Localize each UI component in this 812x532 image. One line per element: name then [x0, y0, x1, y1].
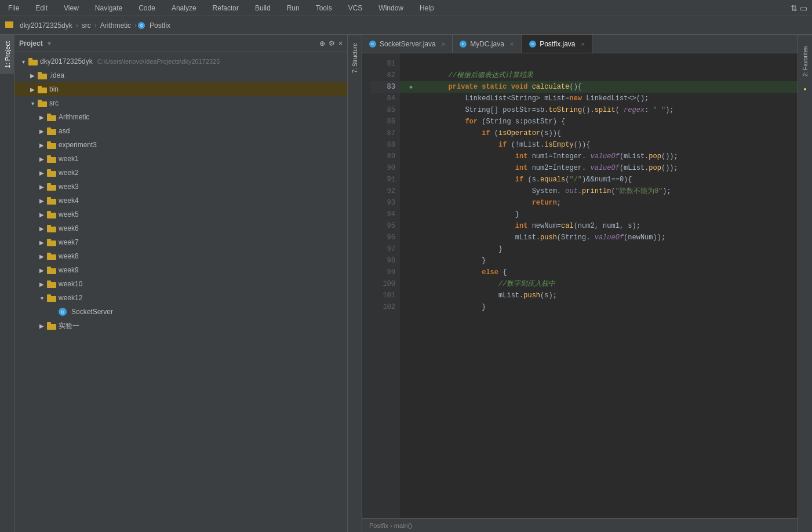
- line-num-93: 93: [371, 197, 400, 209]
- tree-arrow-root[interactable]: ▾: [19, 57, 27, 65]
- tab-postfix-close[interactable]: ×: [581, 41, 585, 48]
- project-close-icon[interactable]: ×: [338, 39, 343, 48]
- tree-item-week12[interactable]: ▾ week12: [14, 291, 347, 305]
- menu-refactor[interactable]: Refactor: [209, 2, 242, 14]
- tree-arrow-bin[interactable]: ▶: [28, 85, 37, 93]
- tree-arrow-week9[interactable]: ▶: [38, 266, 46, 274]
- tree-item-socketserver[interactable]: C SocketServer: [14, 305, 347, 319]
- week3-folder-icon: [47, 183, 56, 191]
- menu-view[interactable]: View: [60, 2, 82, 14]
- tree-item-asd[interactable]: ▶ asd: [14, 124, 347, 138]
- tree-item-arithmetic[interactable]: ▶ Arithmetic: [14, 110, 347, 124]
- tree-arrow-asd[interactable]: ▶: [38, 127, 46, 135]
- tree-arrow-experiment3[interactable]: ▶: [38, 141, 46, 149]
- tree-item-week1[interactable]: ▶week1: [14, 152, 347, 166]
- menu-file[interactable]: File: [5, 2, 23, 14]
- line-num-94: 94: [371, 209, 400, 220]
- code-container[interactable]: 81 82 83 84 85 86 87 88 89 90 91 92 93 9…: [362, 53, 798, 518]
- menu-vcs[interactable]: VCS: [345, 2, 366, 14]
- tab-postfix-icon: C: [529, 41, 536, 48]
- tree-root[interactable]: ▾ dky20172325dyk C:\Users\lenovo\IdeaPro…: [14, 54, 347, 68]
- tree-item-week9[interactable]: ▶week9: [14, 263, 347, 277]
- tree-item-week5[interactable]: ▶week5: [14, 207, 347, 221]
- tree-arrow-shiyanyi[interactable]: ▶: [38, 322, 46, 330]
- svg-rect-8: [38, 101, 47, 107]
- tree-arrow-week8[interactable]: ▶: [38, 252, 46, 260]
- tree-arrow-week6[interactable]: ▶: [38, 224, 46, 232]
- tree-item-bin[interactable]: ▶ bin: [14, 82, 347, 96]
- tree-arrow-week1[interactable]: ▶: [38, 155, 46, 163]
- tree-item-week2[interactable]: ▶week2: [14, 166, 347, 180]
- menu-navigate[interactable]: Navigate: [92, 2, 126, 14]
- line-num-82: 82: [371, 70, 400, 81]
- bookmark-81: [409, 58, 415, 70]
- tree-item-week10[interactable]: ▶week10: [14, 277, 347, 291]
- project-locate-icon[interactable]: ⊕: [319, 39, 325, 48]
- svg-rect-24: [47, 213, 56, 218]
- menu-edit[interactable]: Edit: [32, 2, 51, 14]
- tree-arrow-week5[interactable]: ▶: [38, 210, 46, 218]
- menu-analyze[interactable]: Analyze: [168, 2, 200, 14]
- tree-item-idea[interactable]: ▶ .idea: [14, 68, 347, 82]
- breadcrumb-arithmetic[interactable]: Arithmetic: [98, 21, 133, 30]
- tree-item-week7[interactable]: ▶week7: [14, 235, 347, 249]
- code-line-85: String[] postStr=sb.toString().split( re…: [400, 104, 798, 116]
- tree-item-week3[interactable]: ▶week3: [14, 180, 347, 194]
- tree-arrow-week3[interactable]: ▶: [38, 183, 46, 191]
- root-folder-icon: [28, 58, 38, 65]
- tree-arrow-week12[interactable]: ▾: [38, 294, 46, 302]
- svg-rect-6: [38, 88, 47, 93]
- tab-mydc[interactable]: C MyDC.java ×: [453, 35, 522, 53]
- toolbar-icon-1[interactable]: ⇅: [791, 3, 798, 13]
- sidebar-tab-project[interactable]: 1: Project: [0, 35, 14, 74]
- svg-rect-34: [47, 282, 56, 288]
- breadcrumb-postfix[interactable]: Postfix: [147, 21, 173, 30]
- breadcrumb-project[interactable]: dky20172325dyk: [17, 21, 75, 30]
- code-editor[interactable]: //根据后缀表达式计算结果 ◆ private static void calc…: [400, 53, 798, 518]
- menu-code[interactable]: Code: [135, 2, 159, 14]
- breadcrumb-src[interactable]: src: [79, 21, 93, 30]
- tree-item-shiyanyi[interactable]: ▶ 实验一: [14, 319, 347, 333]
- tree-experiment3-label: experiment3: [59, 141, 97, 149]
- toolbar-icon-2[interactable]: ▭: [800, 3, 807, 13]
- tree-item-week6[interactable]: ▶week6: [14, 221, 347, 235]
- menu-run[interactable]: Run: [283, 2, 303, 14]
- tab-socketserver[interactable]: C SocketServer.java ×: [362, 35, 453, 53]
- tree-arrow-week10[interactable]: ▶: [38, 280, 46, 288]
- tree-item-src[interactable]: ▾ src: [14, 96, 347, 110]
- tab-socketserver-close[interactable]: ×: [442, 41, 445, 48]
- tree-arrow-src[interactable]: ▾: [28, 99, 37, 107]
- code-line-100: //数字则压入栈中: [400, 278, 798, 290]
- svg-rect-1: [5, 21, 8, 23]
- line-num-99: 99: [371, 267, 400, 278]
- menu-window[interactable]: Window: [375, 2, 407, 14]
- tab-mydc-close[interactable]: ×: [510, 41, 514, 48]
- tree-arrow-idea[interactable]: ▶: [28, 71, 37, 79]
- tree-item-week4[interactable]: ▶week4: [14, 194, 347, 207]
- week9-folder-icon: [47, 267, 56, 274]
- code-line-97: }: [400, 243, 798, 255]
- svg-rect-14: [47, 143, 56, 149]
- menu-bar: File Edit View Navigate Code Analyze Ref…: [0, 0, 812, 16]
- tab-postfix[interactable]: C Postfix.java ×: [522, 35, 592, 53]
- project-settings-icon[interactable]: ⚙: [329, 39, 335, 48]
- tree-arrow-arithmetic[interactable]: ▶: [38, 113, 46, 121]
- svg-rect-12: [47, 129, 56, 135]
- sidebar-tab-favorites[interactable]: 2: Favorites: [798, 35, 813, 87]
- project-tree: ▾ dky20172325dyk C:\Users\lenovo\IdeaPro…: [14, 52, 347, 532]
- sidebar-tab-structure[interactable]: 7: Structure: [348, 35, 362, 81]
- menu-build[interactable]: Build: [252, 2, 274, 14]
- tree-week4-label: week4: [59, 196, 79, 205]
- tree-arrow-week7[interactable]: ▶: [38, 238, 46, 246]
- tree-bin-label: bin: [49, 85, 59, 93]
- right-side-tabs-left: 7: Structure: [348, 35, 362, 532]
- tree-arrow-week2[interactable]: ▶: [38, 169, 46, 177]
- svg-rect-23: [47, 197, 51, 199]
- line-num-85: 85: [371, 104, 400, 116]
- tree-item-week8[interactable]: ▶week8: [14, 249, 347, 263]
- week7-folder-icon: [47, 239, 56, 246]
- tree-item-experiment3[interactable]: ▶ experiment3: [14, 138, 347, 152]
- menu-help[interactable]: Help: [416, 2, 438, 14]
- menu-tools[interactable]: Tools: [312, 2, 336, 14]
- tree-arrow-week4[interactable]: ▶: [38, 196, 46, 205]
